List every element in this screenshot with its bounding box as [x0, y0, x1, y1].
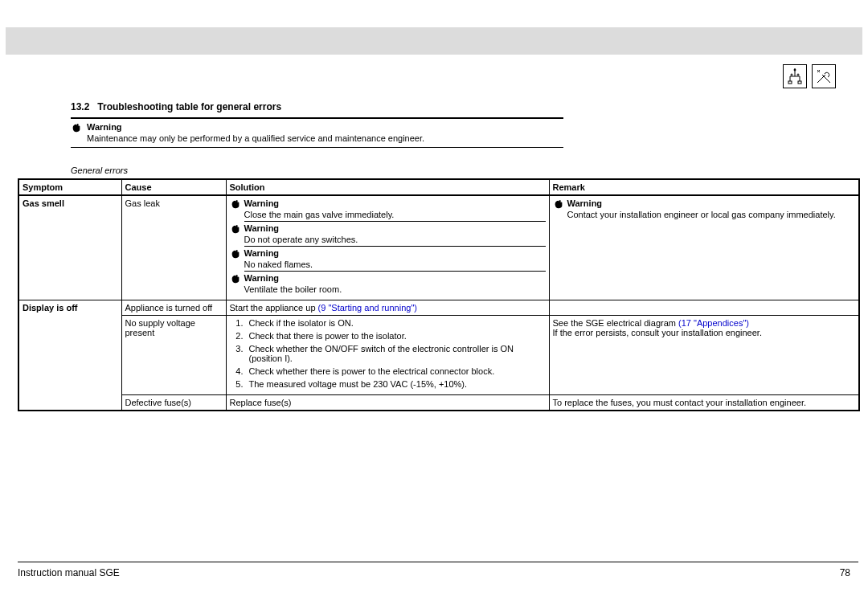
- table-row: Gas smell Gas leak Warning Close the mai…: [18, 195, 859, 300]
- th-solution: Solution: [226, 179, 549, 195]
- list-item: Check whether the ON/OFF switch of the e…: [246, 344, 546, 363]
- tools-icon: [812, 64, 836, 88]
- table-row: Display is off Appliance is turned off S…: [18, 300, 859, 316]
- list-item: Check if the isolator is ON.: [246, 318, 546, 328]
- cell-solution: Warning Close the main gas valve immedia…: [226, 195, 549, 300]
- cell-symptom: Gas smell: [18, 195, 121, 300]
- remark-text: If the error persists, consult your inst…: [553, 328, 762, 337]
- heading-rule: [71, 117, 563, 119]
- header-bar: [6, 27, 862, 55]
- svg-rect-7: [798, 81, 801, 84]
- footer-rule: [18, 562, 858, 562]
- warning-text: Do not operate any switches.: [244, 235, 546, 247]
- svg-point-9: [797, 74, 799, 76]
- section-number: 13.2: [71, 101, 89, 112]
- warning-label: Warning: [244, 198, 280, 208]
- warning-label: Warning: [244, 223, 280, 233]
- table-row: No supply voltage present Check if the i…: [18, 316, 859, 395]
- solution-text: Start the appliance up: [230, 303, 318, 313]
- cell-cause: No supply voltage present: [121, 316, 226, 395]
- cell-remark: [549, 300, 859, 316]
- th-symptom: Symptom: [18, 179, 121, 195]
- warning-text: No naked flames.: [244, 260, 546, 272]
- svg-point-1: [794, 69, 796, 71]
- cell-remark: Warning Contact your installation engine…: [549, 195, 859, 300]
- section-heading: 13.2Troubleshooting table for general er…: [71, 101, 281, 112]
- warning-rule: [71, 147, 563, 148]
- th-remark: Remark: [549, 179, 859, 195]
- hand-icon: [230, 248, 241, 260]
- table-caption: General errors: [71, 166, 128, 175]
- warning-text: Maintenance may only be performed by a q…: [87, 133, 563, 143]
- cross-ref-link[interactable]: (9 "Starting and running"): [318, 303, 417, 313]
- cell-solution: Start the appliance up (9 "Starting and …: [226, 300, 549, 316]
- page-number: 78: [840, 567, 850, 578]
- warning-text: Close the main gas valve immediately.: [244, 210, 546, 222]
- svg-point-8: [791, 74, 792, 76]
- svg-rect-6: [788, 81, 792, 84]
- warning-label: Warning: [567, 198, 603, 208]
- th-cause: Cause: [121, 179, 226, 195]
- cell-remark: See the SGE electrical diagram (17 "Appe…: [549, 316, 859, 395]
- top-icons: [783, 64, 836, 88]
- remark-text: See the SGE electrical diagram: [553, 318, 679, 328]
- cell-solution: Check if the isolator is ON. Check that …: [226, 316, 549, 395]
- list-item: Check whether there is power to the elec…: [246, 366, 546, 376]
- diagram-icon: [783, 64, 807, 88]
- hand-icon: [230, 198, 241, 210]
- cross-ref-link[interactable]: (17 "Appendices"): [678, 318, 749, 328]
- warning-label: Warning: [244, 248, 280, 258]
- cell-cause: Gas leak: [121, 195, 226, 300]
- warning-text: Ventilate the boiler room.: [244, 284, 546, 296]
- cell-solution: Replace fuse(s): [226, 395, 549, 411]
- cell-cause: Defective fuse(s): [121, 395, 226, 411]
- top-warning-block: Warning Maintenance may only be performe…: [71, 122, 563, 143]
- hand-icon: [553, 198, 564, 210]
- table-row: Defective fuse(s) Replace fuse(s) To rep…: [18, 395, 859, 411]
- hand-icon: [71, 122, 82, 133]
- list-item: Check that there is power to the isolato…: [246, 331, 546, 341]
- section-title-text: Troubleshooting table for general errors: [97, 101, 281, 112]
- warning-label: Warning: [244, 273, 280, 283]
- hand-icon: [230, 223, 241, 235]
- hand-icon: [230, 273, 241, 284]
- cell-remark: To replace the fuses, you must contact y…: [549, 395, 859, 411]
- troubleshoot-table: Symptom Cause Solution Remark Gas smell …: [18, 178, 860, 411]
- warning-label: Warning: [87, 122, 122, 132]
- warning-text: Contact your installation engineer or lo…: [567, 210, 856, 219]
- cell-symptom: Display is off: [18, 300, 121, 411]
- list-item: The measured voltage must be 230 VAC (-1…: [246, 379, 546, 389]
- footer-title: Instruction manual SGE: [18, 567, 120, 578]
- cell-cause: Appliance is turned off: [121, 300, 226, 316]
